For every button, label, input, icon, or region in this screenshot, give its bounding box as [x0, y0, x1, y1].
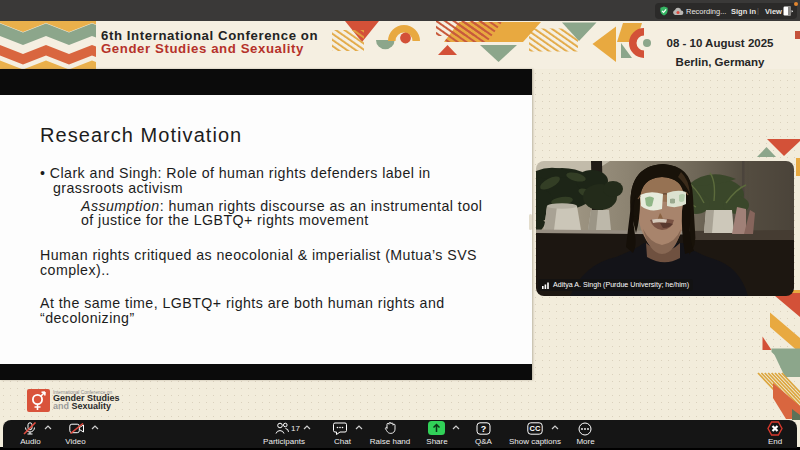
- svg-text:?: ?: [481, 424, 487, 434]
- svg-text:CC: CC: [530, 424, 541, 433]
